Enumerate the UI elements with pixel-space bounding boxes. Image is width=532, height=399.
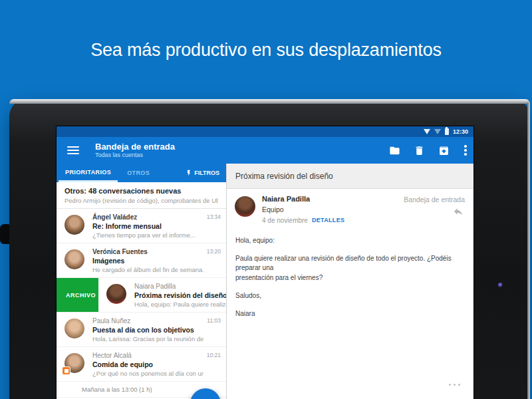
- trash-icon[interactable]: [412, 144, 426, 157]
- email-subject-header: Próxima revisión del diseño: [227, 164, 473, 189]
- message-sender: Verónica Fuentes: [92, 247, 203, 256]
- tablet-camera-icon: [498, 283, 503, 287]
- reply-icon[interactable]: [453, 206, 464, 217]
- message-list-pane: PRIORITARIOS OTROS FILTROS Otros: 48 con…: [57, 164, 227, 399]
- app-screen: 12:30 Bandeja de entrada Todas las cuent…: [57, 126, 473, 399]
- message-preview: ¿Tienes tiempo para ver el informe...: [92, 231, 203, 239]
- folder-label: Bandeja de entrada: [404, 196, 465, 203]
- message-texts: Hector Alcalá Comida de equipo ¿Por qué …: [92, 351, 203, 378]
- recipients: Equipo: [262, 205, 284, 213]
- message-row[interactable]: 10:21 Hector Alcalá Comida de equipo ¿Po…: [57, 347, 226, 382]
- filters-button[interactable]: FILTROS: [186, 164, 226, 182]
- message-texts: Paula Nuñez Puesta al día con los objeti…: [92, 317, 203, 343]
- overflow-menu-icon[interactable]: [462, 144, 469, 157]
- wifi-icon: [424, 129, 430, 134]
- tablet-rim-top: [9, 99, 530, 104]
- battery-icon: [445, 128, 449, 135]
- archive-swipe-label: ARCHIVO: [66, 292, 96, 299]
- sender-name: Naiara Padilla: [262, 195, 310, 203]
- message-subject: Puesta al día con los objetivos: [92, 325, 203, 334]
- message-subject: Comida de equipo: [92, 360, 203, 369]
- toolbar-actions: [388, 137, 469, 164]
- body-greeting: Hola, equipo:: [235, 236, 460, 245]
- body-signature: Naiara: [235, 309, 460, 319]
- email-date: 4 de noviembre: [262, 217, 308, 224]
- archive-icon[interactable]: [437, 144, 450, 157]
- tab-prioritarios[interactable]: PRIORITARIOS: [59, 164, 118, 182]
- app-toolbar: Bandeja de entrada Todas las cuentas: [57, 137, 473, 164]
- content-panes: PRIORITARIOS OTROS FILTROS Otros: 48 con…: [57, 164, 473, 399]
- message-texts: Verónica Fuentes Imágenes He cargado el …: [92, 247, 203, 274]
- email-sender-row: Naiara Padilla Equipo 4 de noviembre DET…: [227, 189, 473, 230]
- reading-pane: Próxima revisión del diseño Naiara Padil…: [227, 164, 473, 399]
- message-row[interactable]: 13:34 Ángel Valádez Re: Informe mensual …: [57, 209, 226, 243]
- message-row-archiving[interactable]: ARCHIVO Naiara Padilla Próxima revisión …: [57, 278, 226, 313]
- message-sender: Hector Alcalá: [92, 351, 203, 360]
- more-options-icon[interactable]: [446, 376, 460, 388]
- clock: 12:30: [453, 128, 468, 135]
- lightning-bolt-icon: [186, 169, 192, 177]
- message-preview: Hola, Larissa: Gracias por la reunión de…: [92, 334, 203, 343]
- message-row[interactable]: 13:20 Verónica Fuentes Imágenes He carga…: [57, 243, 226, 278]
- message-preview: Hola, equipo: Paula quiere realizar una …: [134, 300, 226, 309]
- avatar: [65, 215, 84, 235]
- message-time: 13:20: [207, 248, 221, 255]
- other-inbox-title: Otros: 48 conversaciones nuevas: [65, 186, 218, 196]
- sender-avatar[interactable]: [235, 196, 255, 217]
- avatar: [65, 249, 84, 269]
- avatar: [65, 353, 84, 373]
- body-paragraph: Paula quiere realizar una revisión de di…: [235, 254, 460, 273]
- body-paragraph: presentación para el viernes?: [235, 273, 460, 283]
- other-inbox-banner[interactable]: Otros: 48 conversaciones nuevas Pedro Ar…: [57, 182, 226, 209]
- message-preview: He cargado el álbum del fin de semana...: [92, 265, 203, 274]
- message-sender: Naiara Padilla: [134, 282, 226, 291]
- avatar: [65, 319, 84, 338]
- message-sender: Ángel Valádez: [92, 213, 203, 221]
- message-texts: Ángel Valádez Re: Informe mensual ¿Tiene…: [92, 213, 203, 239]
- tablet-device: 12:30 Bandeja de entrada Todas las cuent…: [9, 99, 530, 399]
- status-bar: 12:30: [57, 126, 473, 137]
- message-subject: Re: Informe mensual: [92, 221, 203, 231]
- message-subject: Imágenes: [92, 256, 203, 265]
- message-subject: Próxima revisión del diseño: [134, 291, 226, 300]
- toolbar-titles: Bandeja de entrada Todas las cuentas: [95, 142, 175, 159]
- tab-bar: PRIORITARIOS OTROS FILTROS: [57, 164, 226, 182]
- message-texts: Naiara Padilla Próxima revisión del dise…: [134, 282, 226, 309]
- details-link[interactable]: DETALLES: [312, 217, 344, 223]
- filters-label: FILTROS: [194, 170, 219, 176]
- message-sender: Paula Nuñez: [92, 317, 203, 325]
- body-closing: Saludos,: [235, 291, 460, 301]
- message-time: 11:03: [207, 317, 221, 324]
- message-time: 13:34: [207, 213, 221, 220]
- message-time: 10:21: [207, 352, 221, 358]
- page-subtitle: Todas las cuentas: [95, 152, 175, 159]
- page-title: Bandeja de entrada: [95, 142, 175, 152]
- calendar-event-badge-icon: [62, 366, 70, 375]
- cell-signal-icon: [434, 129, 441, 134]
- message-preview: ¿Por qué no nos ponemos al día con una c…: [92, 369, 203, 378]
- tab-otros[interactable]: OTROS: [118, 164, 156, 182]
- email-body: Hola, equipo: Paula quiere realizar una …: [227, 230, 473, 319]
- avatar: [106, 284, 126, 304]
- folder-icon[interactable]: [388, 144, 401, 157]
- message-row[interactable]: 11:03 Paula Nuñez Puesta al día con los …: [57, 313, 226, 347]
- promo-headline: Sea más productivo en sus desplazamiento…: [0, 40, 532, 61]
- promo-screenshot: Sea más productivo en sus desplazamiento…: [0, 0, 532, 399]
- archiving-card: Naiara Padilla Próxima revisión del dise…: [98, 278, 226, 313]
- tablet-rim-right: [527, 102, 530, 399]
- hamburger-menu-icon[interactable]: [67, 146, 79, 154]
- other-inbox-preview: Pedro Armijo (revisión de código), compr…: [65, 197, 218, 204]
